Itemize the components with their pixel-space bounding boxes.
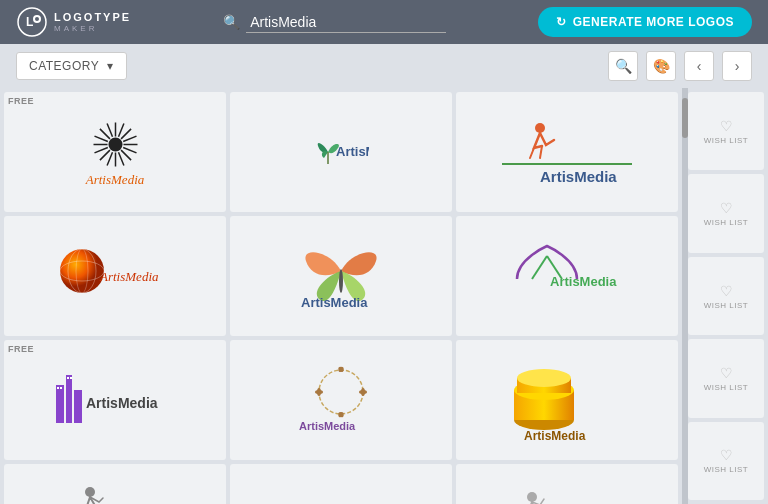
svg-line-15 [123, 147, 136, 152]
svg-text:ArtisMedia: ArtisMedia [299, 420, 356, 432]
logo-card-3[interactable]: ArtisMedia [456, 92, 678, 212]
logo-name: LOGOTYPE [54, 11, 131, 24]
svg-text:ArtisMedia: ArtisMedia [99, 269, 159, 284]
logo-text-block: LOGOTYPE MAKER [54, 11, 131, 33]
logo-svg-1: ArtisMedia [4, 92, 226, 212]
main-content: FREE [0, 88, 768, 504]
svg-rect-38 [57, 387, 59, 389]
svg-line-14 [94, 147, 107, 152]
svg-line-10 [99, 150, 109, 160]
heart-icon-5: ♡ [720, 447, 733, 463]
toolbar-right-controls: 🔍 🎨 ‹ › [608, 51, 752, 81]
svg-point-22 [535, 123, 545, 133]
logo-grid: FREE [0, 88, 682, 504]
logo-brand-1: ArtisMedia [86, 172, 145, 188]
app-logo-icon: L [16, 6, 48, 38]
svg-point-3 [35, 17, 39, 21]
generate-logos-button[interactable]: ↻ GENERATE MORE LOGOS [538, 7, 752, 37]
search-icon-button[interactable]: 🔍 [608, 51, 638, 81]
logo-card-5[interactable]: ArtisMedia [230, 216, 452, 336]
logo-card-6[interactable]: ArtisMedia [456, 216, 678, 336]
heart-icon-3: ♡ [720, 283, 733, 299]
free-badge-1: FREE [8, 96, 34, 106]
logo-svg-8: ArtisMedia [230, 340, 452, 460]
svg-rect-35 [56, 385, 64, 423]
logo-svg-4: ArtisMedia [4, 216, 226, 336]
logo-card-9[interactable]: ArtisMedia [456, 340, 678, 460]
svg-text:L: L [26, 15, 33, 29]
svg-text:ArtisMedia: ArtisMedia [540, 168, 617, 185]
wishlist-item-3[interactable]: ♡ WISH LIST [688, 257, 764, 335]
logo-svg-5: ArtisMedia [230, 216, 452, 336]
svg-point-47 [317, 388, 321, 396]
wishlist-item-4[interactable]: ♡ WISH LIST [688, 339, 764, 417]
logo-card-8[interactable]: ArtisMedia [230, 340, 452, 460]
svg-point-57 [517, 369, 571, 387]
wishlist-label-5: WISH LIST [704, 465, 749, 474]
logo-svg-11: ArtisMedia [230, 464, 452, 504]
svg-point-30 [339, 269, 343, 293]
heart-icon-1: ♡ [720, 118, 733, 134]
svg-point-46 [359, 390, 367, 394]
logo-svg-6: ArtisMedia [456, 216, 678, 336]
svg-point-43 [319, 370, 363, 414]
wishlist-item-1[interactable]: ♡ WISH LIST [688, 92, 764, 170]
heart-icon-2: ♡ [720, 200, 733, 216]
svg-rect-37 [74, 390, 82, 423]
search-icon: 🔍 [223, 14, 240, 30]
wishlist-label-3: WISH LIST [704, 301, 749, 310]
wishlist-item-2[interactable]: ♡ WISH LIST [688, 174, 764, 252]
logo-card-1[interactable]: FREE [4, 92, 226, 212]
wishlist-label-2: WISH LIST [704, 218, 749, 227]
wishlist-label-4: WISH LIST [704, 383, 749, 392]
svg-point-49 [337, 366, 344, 373]
logo-card-10[interactable]: ArtisMedia [4, 464, 226, 504]
wishlist-item-5[interactable]: ♡ WISH LIST [688, 422, 764, 500]
brand-search-input[interactable] [246, 12, 446, 33]
svg-line-19 [118, 152, 123, 165]
logo-svg-7: ArtisMedia [4, 340, 226, 460]
svg-rect-41 [70, 377, 72, 379]
chevron-down-icon: ▾ [107, 59, 114, 73]
svg-point-69 [527, 492, 537, 502]
svg-text:ArtisMedia: ArtisMedia [524, 429, 586, 443]
free-badge-7: FREE [8, 344, 34, 354]
logo-svg-3: ArtisMedia [456, 92, 678, 212]
svg-point-59 [85, 487, 95, 497]
logo-svg-9: ArtisMedia [456, 340, 678, 460]
svg-line-13 [123, 136, 136, 141]
svg-line-32 [532, 256, 547, 279]
next-page-button[interactable]: › [722, 51, 752, 81]
generate-btn-label: GENERATE MORE LOGOS [573, 15, 734, 29]
logo-card-7[interactable]: FREE ArtisMedia [4, 340, 226, 460]
svg-rect-36 [66, 375, 72, 423]
svg-line-12 [94, 136, 107, 141]
wishlist-label-1: WISH LIST [704, 136, 749, 145]
svg-line-18 [107, 152, 112, 165]
logo-card-12[interactable]: ArtisMedia [456, 464, 678, 504]
heart-icon-4: ♡ [720, 365, 733, 381]
logo-svg-12: ArtisMedia [456, 464, 678, 504]
logo-card-2[interactable]: ArtisMedia [230, 92, 452, 212]
category-label: CATEGORY [29, 59, 99, 73]
logo-svg-2: ArtisMedia [230, 92, 452, 212]
toolbar: CATEGORY ▾ 🔍 🎨 ‹ › [0, 44, 768, 88]
generate-spinner-icon: ↻ [556, 15, 567, 29]
svg-rect-40 [67, 377, 69, 379]
prev-page-button[interactable]: ‹ [684, 51, 714, 81]
logo-card-4[interactable]: ArtisMedia [4, 216, 226, 336]
header-search-area: 🔍 [131, 12, 538, 33]
svg-point-51 [337, 411, 344, 418]
logo-card-11[interactable]: ArtisMedia [230, 464, 452, 504]
app-header: L LOGOTYPE MAKER 🔍 ↻ GENERATE MORE LOGOS [0, 0, 768, 44]
logo-sub: MAKER [54, 24, 131, 33]
svg-point-20 [108, 137, 122, 151]
palette-icon-button[interactable]: 🎨 [646, 51, 676, 81]
svg-text:ArtisMedia: ArtisMedia [550, 274, 617, 289]
logo-svg-10: ArtisMedia [4, 464, 226, 504]
category-dropdown-button[interactable]: CATEGORY ▾ [16, 52, 127, 80]
svg-text:ArtisMedia: ArtisMedia [336, 144, 369, 159]
svg-rect-39 [60, 387, 62, 389]
svg-text:ArtisMedia: ArtisMedia [301, 295, 368, 310]
svg-line-11 [121, 150, 131, 160]
